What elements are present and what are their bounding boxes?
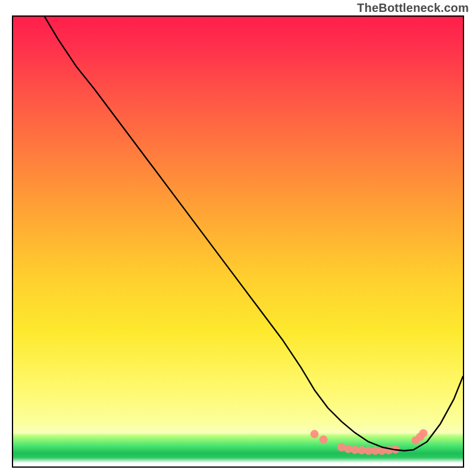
highlight-dot — [311, 430, 319, 439]
chart-svg — [13, 17, 463, 466]
chart-container: TheBottleneck.com — [0, 0, 476, 476]
watermark-text: TheBottleneck.com — [357, 1, 469, 15]
highlight-dot — [320, 436, 328, 444]
curve-line — [45, 17, 463, 451]
plot-area — [12, 15, 464, 468]
highlight-dot — [419, 429, 427, 437]
